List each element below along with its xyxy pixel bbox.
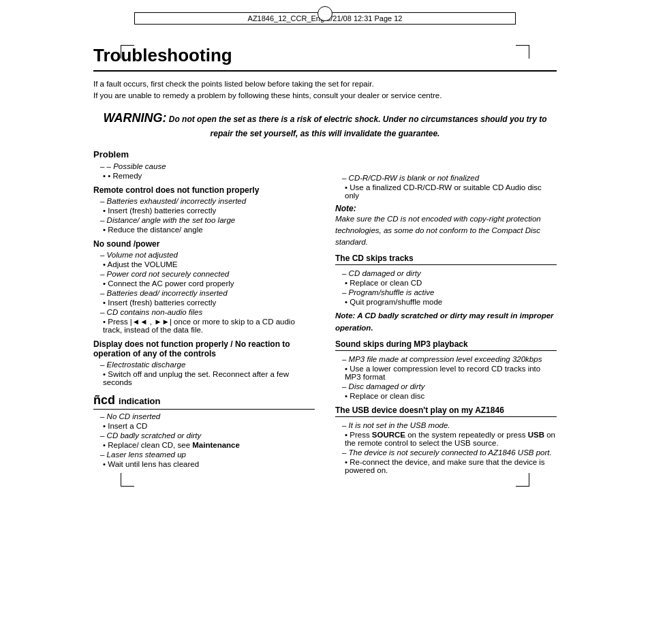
remedy-item: Insert a CD	[103, 422, 315, 430]
crop-mark-bl	[121, 473, 134, 487]
usb-entries: It is not set in the USB mode. Press SOU…	[335, 421, 557, 474]
page-header: AZ1846_12_CCR_Eng 5/21/08 12:31 Page 12	[134, 12, 516, 25]
remedy-item: Insert (fresh) batteries correctly	[103, 298, 315, 307]
warning-block: WARNING: Do not open the set as there is…	[93, 109, 557, 140]
problem-entries: – Possible cause • Remedy	[93, 162, 315, 180]
intro-block: If a fault occurs, first check the point…	[93, 78, 557, 102]
cause-item: Power cord not securely connected	[100, 270, 315, 278]
remedy-item: Switch off and unplug the set. Reconnect…	[103, 370, 315, 386]
crop-mark-tl	[121, 45, 134, 59]
intro-line1: If a fault occurs, first check the point…	[93, 78, 557, 90]
remedy-item: Replace or clean CD	[345, 279, 557, 287]
no-sound-entries: Volume not adjusted Adjust the VOLUME Po…	[93, 251, 315, 334]
remedy-item: Re-connect the device, and make sure tha…	[345, 458, 557, 474]
nocd-entries: No CD inserted Insert a CD CD badly scra…	[93, 412, 315, 468]
remedy-item: Use a finalized CD-R/CD-RW or suitable C…	[345, 183, 557, 200]
remedy-item: Press |◄◄ , ►►| once or more to skip to …	[103, 318, 315, 334]
cause-item: MP3 file made at compression level excee…	[342, 355, 557, 363]
cause-item: Volume not adjusted	[100, 251, 315, 259]
two-column-layout: Problem – Possible cause • Remedy Remote…	[93, 149, 557, 480]
usb-section: The USB device doesn't play on my AZ1846…	[335, 405, 557, 474]
cause-item: – Possible cause	[100, 162, 315, 170]
nocd-symbol: ñcd	[93, 393, 115, 408]
cause-item: Disc damaged or dirty	[342, 382, 557, 390]
nocd-section: ñcd indication No CD inserted Insert a C…	[93, 393, 315, 468]
crop-mark-tr	[516, 45, 529, 59]
note-text: Make sure the CD is not encoded with cop…	[335, 215, 541, 247]
note-label: Note:	[335, 204, 356, 213]
mp3-entries: MP3 file made at compression level excee…	[335, 355, 557, 400]
mp3-title: Sound skips during MP3 playback	[335, 339, 557, 351]
remedy-item: Press SOURCE on the system repeatedly or…	[345, 431, 557, 447]
cause-item: Laser lens steamed up	[100, 450, 315, 459]
indication-text: indication	[119, 396, 160, 406]
display-title: Display does not function properly / No …	[93, 339, 315, 358]
crop-mark-br	[516, 473, 529, 487]
cause-item: No CD inserted	[100, 412, 315, 420]
remote-control-title: Remote control does not function properl…	[93, 185, 315, 195]
remedy-item: Replace/ clean CD, see Maintenance	[103, 441, 315, 449]
cause-item: Batteries dead/ incorrectly inserted	[100, 289, 315, 297]
display-section: Display does not function properly / No …	[93, 339, 315, 386]
remedy-item: Quit program/shuffle mode	[345, 298, 557, 306]
no-sound-section: No sound /power Volume not adjusted Adju…	[93, 239, 315, 334]
remedy-item: Connect the AC power cord properly	[103, 279, 315, 288]
header-text: AZ1846_12_CCR_Eng 5/21/08 12:31 Page 12	[248, 14, 403, 22]
cause-item: Batteries exhausted/ incorrectly inserte…	[100, 197, 315, 205]
remote-entries: Batteries exhausted/ incorrectly inserte…	[93, 197, 315, 234]
mp3-section: Sound skips during MP3 playback MP3 file…	[335, 339, 557, 400]
cause-item: CD contains non-audio files	[100, 308, 315, 316]
remedy-item: • Remedy	[103, 172, 315, 180]
remedy-item: Adjust the VOLUME	[103, 260, 315, 269]
cause-item: Electrostatic discharge	[100, 361, 315, 369]
warning-label: WARNING:	[103, 111, 166, 125]
remedy-item: Reduce the distance/ angle	[103, 226, 315, 234]
left-column: Problem – Possible cause • Remedy Remote…	[93, 149, 315, 480]
cd-skips-title: The CD skips tracks	[335, 254, 557, 265]
cause-item: CD-R/CD-RW is blank or not finalized	[342, 174, 557, 182]
remedy-item: Use a lower compression level to record …	[345, 365, 557, 381]
cd-skips-entries: CD damaged or dirty Replace or clean CD …	[335, 269, 557, 306]
remedy-item: Insert (fresh) batteries correctly	[103, 206, 315, 215]
page-title: Troubleshooting	[93, 45, 557, 72]
problem-heading: Problem	[93, 149, 315, 159]
display-entries: Electrostatic discharge Switch off and u…	[93, 361, 315, 386]
cause-item: Distance/ angle with the set too large	[100, 216, 315, 224]
usb-title: The USB device doesn't play on my AZ1846	[335, 405, 557, 417]
cause-item: CD damaged or dirty	[342, 269, 557, 277]
cdr-section: CD-R/CD-RW is blank or not finalized Use…	[335, 174, 557, 249]
no-sound-title: No sound /power	[93, 239, 315, 249]
cause-item: Program/shuffle is active	[342, 288, 557, 296]
cause-item: The device is not securely connected to …	[342, 448, 557, 457]
cause-item: It is not set in the USB mode.	[342, 421, 557, 429]
right-column: CD-R/CD-RW is blank or not finalized Use…	[335, 149, 557, 480]
warning-text: Do not open the set as there is a risk o…	[169, 114, 547, 138]
remedy-item: Wait until lens has cleared	[103, 460, 315, 468]
cd-skips-note: Note: A CD badly scratched or dirty may …	[335, 310, 557, 334]
intro-line2: If you are unable to remedy a problem by…	[93, 90, 557, 102]
cause-item: CD badly scratched or dirty	[100, 431, 315, 440]
note-block: Note: Make sure the CD is not encoded wi…	[335, 204, 557, 249]
nocd-indication-title: ñcd indication	[93, 393, 315, 410]
cd-skips-section: The CD skips tracks CD damaged or dirty …	[335, 254, 557, 334]
cdr-entries: CD-R/CD-RW is blank or not finalized Use…	[335, 174, 557, 200]
remote-control-section: Remote control does not function properl…	[93, 185, 315, 234]
remedy-item: Replace or clean disc	[345, 392, 557, 400]
